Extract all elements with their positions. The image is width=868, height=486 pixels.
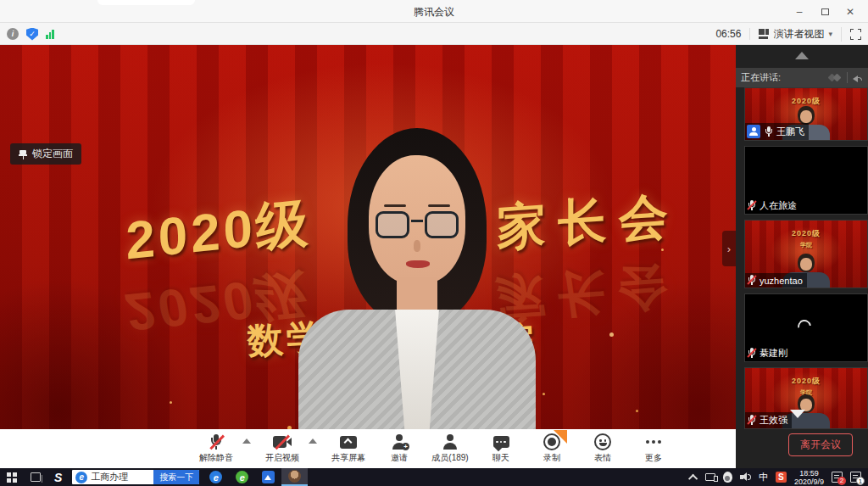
search-input[interactable]: 工商办理 [91, 471, 153, 483]
meeting-toolbar: i ✓ 06:56 演讲者视图 ▾ [0, 23, 868, 45]
maximize-button[interactable] [812, 8, 837, 15]
tencent-meeting-icon [262, 471, 275, 483]
record-button[interactable]: 录制 [532, 430, 571, 467]
mic-on-icon [764, 126, 773, 137]
clock-date: 2020/9/9 [794, 478, 824, 486]
loading-spinner [795, 316, 814, 335]
invite-icon: + [392, 434, 407, 450]
mic-muted-icon [747, 275, 756, 286]
active-app-button[interactable] [281, 468, 308, 486]
host-badge-icon [747, 125, 760, 138]
hidden-icons-chevron[interactable] [688, 473, 698, 483]
emoji-button[interactable]: 表情 [583, 430, 622, 467]
members-button[interactable]: 成员(189) [431, 430, 470, 467]
chat-button[interactable]: 聊天 [481, 430, 520, 467]
start-button[interactable] [0, 468, 24, 486]
unmute-button[interactable]: 解除静音 [197, 430, 236, 467]
ie-taskbar-button[interactable]: e [203, 468, 229, 486]
speaker-person [298, 128, 536, 429]
participant-name: 人在旅途 [760, 199, 797, 212]
participant-name: 綦建刚 [760, 347, 787, 360]
browser-360-button[interactable]: e [229, 468, 255, 486]
divider [847, 72, 848, 83]
mic-muted-icon [747, 348, 756, 359]
participant-name: 王鹏飞 [776, 126, 804, 138]
share-screen-button[interactable]: 共享屏幕 [329, 430, 368, 467]
taskbar-clock[interactable]: 18:59 2020/9/9 [794, 469, 824, 486]
windows-taskbar: S e 工商办理 搜索一下 e e 中 S 18:59 2020/9/9 2 1 [0, 468, 868, 486]
scroll-down-arrow[interactable] [790, 410, 805, 418]
display-tray-icon[interactable] [705, 473, 715, 481]
start-video-button[interactable]: 开启视频 [263, 430, 302, 467]
view-mode-label: 演讲者视图 [773, 27, 824, 42]
messages-tray-icon[interactable]: 2 [832, 472, 843, 483]
task-view-icon [31, 472, 41, 482]
camera-options-caret[interactable] [309, 439, 317, 444]
window-title: 腾讯会议 [0, 5, 868, 20]
lock-view-label: 锁定画面 [32, 147, 73, 161]
clock-time: 18:59 [794, 469, 824, 478]
tencent-meeting-window: 腾讯会议 – ✕ i ✓ 06:56 演讲者视图 ▾ 2020级 家长会 202… [0, 0, 868, 486]
participants-sidebar: 正在讲话: 2020级 王鹏飞 人在旅途 [736, 45, 868, 468]
notifications-badge: 1 [856, 477, 865, 485]
lock-view-pill[interactable]: 锁定画面 [10, 143, 81, 165]
mic-muted-icon [747, 200, 756, 211]
search-go-button[interactable]: 搜索一下 [153, 470, 199, 484]
avatar [288, 470, 301, 483]
volume-icon[interactable] [740, 472, 751, 482]
more-button[interactable]: 更多 [634, 430, 673, 467]
scroll-up-arrow[interactable] [795, 52, 809, 59]
pin-icon [19, 149, 27, 159]
minimize-button[interactable]: – [787, 6, 812, 18]
maximize-icon [821, 8, 829, 15]
view-mode-switcher[interactable]: 演讲者视图 ▾ [759, 27, 842, 42]
qq-tray-icon[interactable] [723, 472, 732, 483]
participant-tile[interactable]: 綦建刚 [744, 293, 868, 362]
participant-tile[interactable]: 2020级 学院 王效强 [744, 367, 868, 429]
main-speaker-video[interactable]: 2020级 家长会 2020级 家长会 数学与 学院 锁定画面 ‹ [0, 45, 736, 429]
action-center-icon[interactable]: 1 [850, 472, 861, 483]
s-logo-icon: S [54, 471, 62, 484]
meeting-info-icon[interactable]: i [7, 28, 19, 40]
participant-name: 王效强 [760, 414, 787, 427]
mic-options-caret[interactable] [242, 439, 251, 444]
fullscreen-button[interactable] [850, 29, 861, 40]
chevron-down-icon: ▾ [828, 30, 832, 38]
layout-toggle-icon[interactable] [828, 73, 842, 83]
participant-name: yuzhentao [760, 276, 803, 286]
sogou-tray-icon[interactable]: S [776, 472, 787, 483]
layout-icon [759, 29, 769, 39]
speaking-now-label: 正在讲话: [741, 71, 828, 84]
mic-muted-icon [747, 415, 756, 426]
emoji-icon [594, 433, 611, 450]
ie-icon: e [75, 472, 87, 483]
meeting-duration: 06:56 [715, 28, 750, 40]
meeting-app-button[interactable] [255, 468, 281, 486]
restore-arrow-icon[interactable] [853, 74, 863, 82]
share-screen-icon [340, 436, 357, 449]
speaking-now-bar: 正在讲话: [736, 68, 868, 87]
meeting-controls-bar: 解除静音 开启视频 共享屏幕 + 邀请 成员(189) 聊天 录制 [0, 429, 736, 468]
title-bar: 腾讯会议 – ✕ [0, 0, 868, 23]
system-tray: 中 S 18:59 2020/9/9 2 1 [691, 469, 868, 486]
sogou-app-button[interactable]: S [47, 468, 69, 486]
camera-off-icon [273, 436, 292, 448]
security-shield-icon[interactable]: ✓ [26, 28, 38, 41]
invite-button[interactable]: + 邀请 [380, 430, 419, 467]
participant-tile[interactable]: 2020级 学院 yuzhentao [744, 220, 868, 288]
collapse-sidebar-button[interactable]: › [722, 231, 736, 266]
new-feature-badge [554, 430, 567, 444]
windows-logo-icon [7, 472, 17, 483]
task-view-button[interactable] [24, 468, 47, 486]
chat-icon [493, 436, 509, 448]
input-method-indicator[interactable]: 中 [759, 471, 768, 483]
green-browser-icon: e [236, 471, 248, 483]
network-signal-icon[interactable] [46, 29, 54, 39]
leave-meeting-button[interactable]: 离开会议 [788, 433, 853, 456]
participant-tile[interactable]: 2020级 王鹏飞 [744, 87, 868, 141]
mic-muted-icon [209, 434, 223, 450]
taskbar-search-box[interactable]: e 工商办理 搜索一下 [72, 470, 199, 484]
messages-badge: 2 [837, 477, 846, 485]
participant-tile[interactable]: 人在旅途 [744, 146, 868, 215]
close-button[interactable]: ✕ [837, 6, 863, 18]
